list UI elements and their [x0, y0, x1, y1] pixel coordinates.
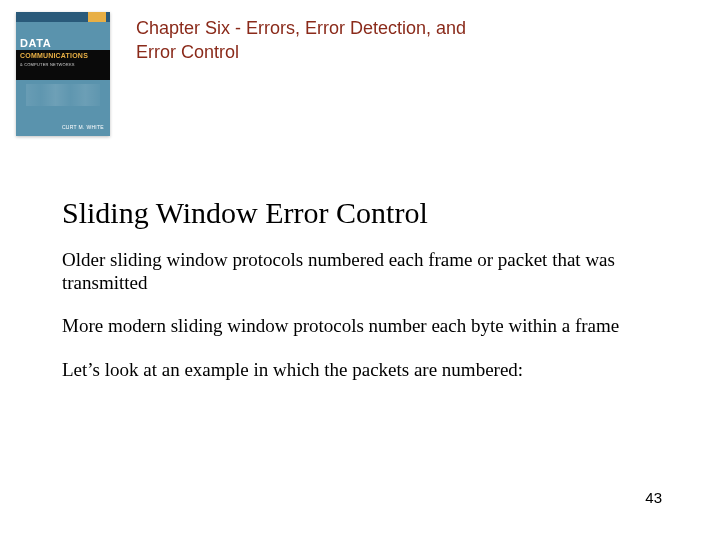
book-title-line1: DATA [20, 37, 51, 49]
book-author: CURT M. WHITE [62, 124, 104, 130]
body-paragraph: Let’s look at an example in which the pa… [62, 358, 642, 381]
slide-title: Sliding Window Error Control [62, 196, 658, 230]
book-subtitle: & COMPUTER NETWORKS [20, 62, 75, 67]
book-cover-thumbnail: DATA COMMUNICATIONS & COMPUTER NETWORKS … [16, 12, 110, 136]
slide-content: Sliding Window Error Control Older slidi… [0, 136, 720, 381]
page-number: 43 [645, 489, 662, 506]
chapter-title: Chapter Six - Errors, Error Detection, a… [136, 12, 476, 65]
body-paragraph: More modern sliding window protocols num… [62, 314, 642, 337]
slide-header: DATA COMMUNICATIONS & COMPUTER NETWORKS … [0, 0, 720, 136]
book-title-line2: COMMUNICATIONS [20, 52, 88, 59]
body-paragraph: Older sliding window protocols numbered … [62, 248, 642, 294]
